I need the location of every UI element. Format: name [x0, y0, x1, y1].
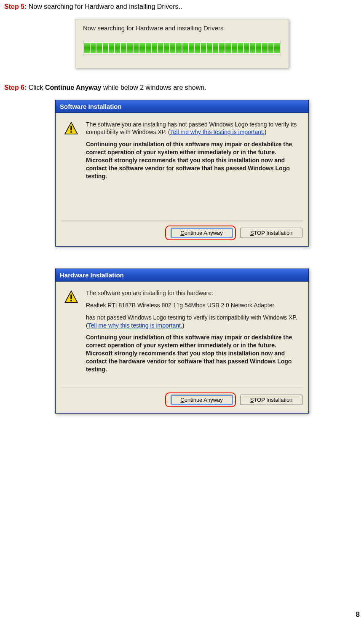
tell-me-why-link[interactable]: Tell me why this testing is important. — [170, 129, 265, 135]
hardware-install-dialog: Hardware Installation The software you a… — [55, 269, 309, 414]
warning-icon — [64, 290, 78, 304]
step6-post: while below 2 windows are shown. — [102, 84, 206, 91]
step6-line: Step 6: Click Continue Anyway while belo… — [4, 83, 360, 92]
progress-title: Now searching for Hardware and installin… — [83, 24, 281, 32]
progress-dialog: Now searching for Hardware and installin… — [75, 19, 289, 68]
hardware-device-name: Realtek RTL8187B Wireless 802.11g 54Mbps… — [86, 301, 300, 309]
progress-bar — [83, 42, 281, 54]
software-install-dialog: Software Installation The software you a… — [55, 100, 309, 247]
svg-rect-4 — [70, 294, 72, 299]
hardware-dialog-text: The software you are installing for this… — [86, 289, 300, 378]
software-dialog-titlebar: Software Installation — [56, 100, 308, 113]
page-number: 8 — [356, 610, 360, 619]
step6-bold: Continue Anyway — [45, 84, 102, 91]
stop-installation-button[interactable]: STOP Installation — [240, 395, 302, 405]
step5-label: Step 5: — [4, 3, 27, 10]
software-dialog-text: The software you are installing has not … — [86, 121, 300, 185]
hardware-dialog-footer: Continue Anyway STOP Installation — [56, 387, 308, 413]
step5-text: Now searching for Hardware and installin… — [27, 3, 182, 10]
continue-highlight: Continue Anyway — [165, 226, 236, 240]
svg-rect-2 — [70, 131, 72, 132]
step6-label: Step 6: — [4, 84, 27, 91]
warning-icon — [64, 121, 78, 136]
svg-rect-5 — [70, 300, 72, 301]
svg-rect-1 — [70, 126, 72, 130]
continue-highlight: Continue Anyway — [165, 392, 236, 407]
continue-anyway-button[interactable]: Continue Anyway — [171, 228, 233, 238]
stop-installation-button[interactable]: STOP Installation — [240, 228, 302, 238]
continue-anyway-button[interactable]: Continue Anyway — [171, 395, 233, 405]
hardware-dialog-warning: Continuing your installation of this sof… — [86, 333, 300, 373]
tell-me-why-link[interactable]: Tell me why this testing is important. — [88, 322, 182, 329]
hardware-dialog-titlebar: Hardware Installation — [56, 269, 308, 282]
step5-line: Step 5: Now searching for Hardware and i… — [4, 3, 360, 11]
software-dialog-warning: Continuing your installation of this sof… — [86, 140, 300, 180]
step6-pre: Click — [27, 84, 45, 91]
software-dialog-footer: Continue Anyway STOP Installation — [56, 220, 308, 246]
